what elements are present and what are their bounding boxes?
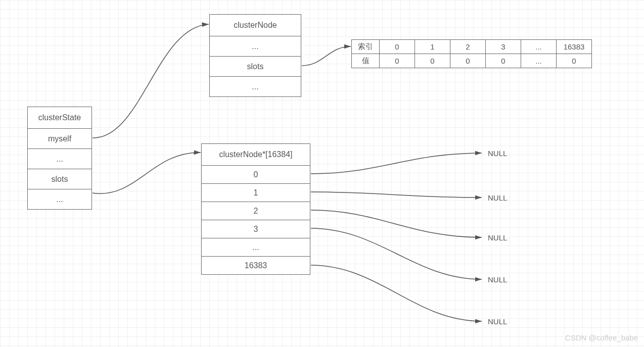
slots-table-val-16383: 0	[557, 54, 592, 68]
clusternode-array-row-2: 2	[202, 202, 310, 220]
clusternode-array-row-1: 1	[202, 183, 310, 202]
clusternode-array-row-0: 0	[202, 165, 310, 183]
slots-table-val-0: 0	[380, 54, 415, 68]
clusternode-row-slots: slots	[210, 56, 301, 76]
slots-table-index-row: 索引 0 1 2 3 ... 16383	[352, 40, 592, 54]
slots-table-val-2: 0	[450, 54, 486, 68]
slots-table-idx-0: 0	[380, 40, 415, 54]
clusternode-array-row-16383: 16383	[202, 256, 310, 274]
slots-table-idx-dots: ...	[521, 40, 557, 54]
null-label-4: NULL	[488, 317, 507, 326]
slots-table-idx-16383: 16383	[557, 40, 592, 54]
slots-table: 索引 0 1 2 3 ... 16383 值 0 0 0 0 ... 0	[351, 39, 592, 68]
clusterstate-title: clusterState	[28, 107, 91, 128]
slots-table-value-label: 值	[352, 54, 380, 68]
slots-table-index-label: 索引	[352, 40, 380, 54]
slots-table-val-3: 0	[486, 54, 521, 68]
slots-table-idx-1: 1	[415, 40, 450, 54]
null-label-0: NULL	[488, 149, 507, 158]
clusterstate-row-dots2: ...	[28, 189, 91, 209]
slots-table-value-row: 值 0 0 0 0 ... 0	[352, 54, 592, 68]
null-label-3: NULL	[488, 275, 507, 284]
slots-table-val-1: 0	[415, 54, 450, 68]
clusternode-array-row-dots: ...	[202, 238, 310, 256]
clusterstate-box: clusterState myself ... slots ...	[27, 107, 92, 210]
null-label-2: NULL	[488, 233, 507, 242]
clusterstate-row-slots: slots	[28, 169, 91, 189]
clusternode-box: clusterNode ... slots ...	[209, 14, 301, 97]
clusterstate-row-dots1: ...	[28, 148, 91, 169]
clusternode-array-box: clusterNode*[16384] 0 1 2 3 ... 16383	[201, 143, 310, 275]
clusternode-row-dots2: ...	[210, 76, 301, 96]
null-label-1: NULL	[488, 193, 507, 202]
clusterstate-row-myself: myself	[28, 128, 91, 148]
clusternode-array-row-3: 3	[202, 220, 310, 238]
slots-table-val-dots: ...	[521, 54, 557, 68]
clusternode-title: clusterNode	[210, 15, 301, 36]
slots-table-idx-3: 3	[486, 40, 521, 54]
clusternode-row-dots1: ...	[210, 36, 301, 56]
slots-table-idx-2: 2	[450, 40, 486, 54]
clusternode-array-title: clusterNode*[16384]	[202, 144, 310, 165]
watermark: CSDN @coffee_babe	[565, 333, 638, 342]
